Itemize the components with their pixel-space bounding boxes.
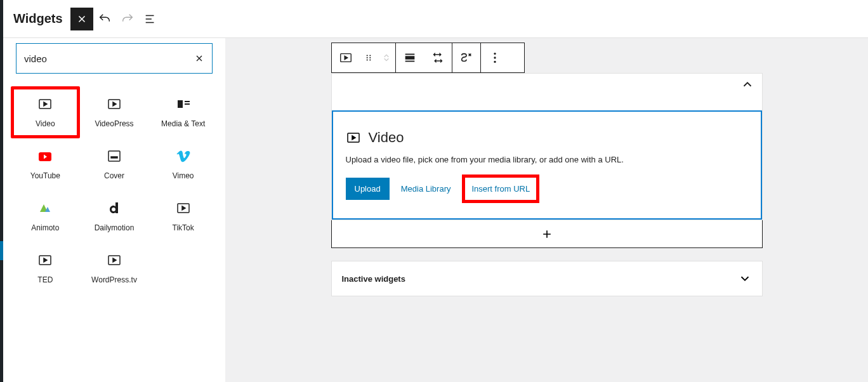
inactive-widgets-panel[interactable]: Inactive widgets (331, 261, 763, 296)
svg-rect-3 (185, 101, 190, 102)
search-wrap (16, 43, 213, 74)
editor-canvas: Video Upload a video file, pick one from… (225, 0, 868, 382)
block-label: Cover (104, 171, 124, 180)
undo-button[interactable] (93, 8, 116, 30)
block-wordpress-tv[interactable]: WordPress.tv (80, 242, 149, 294)
svg-rect-19 (405, 56, 414, 60)
header-bar: Widgets (3, 0, 868, 38)
close-icon (194, 53, 204, 63)
block-youtube[interactable]: YouTube (11, 138, 80, 190)
svg-point-14 (366, 57, 367, 58)
svg-rect-2 (178, 100, 183, 108)
widget-area: Video Upload a video file, pick one from… (331, 73, 763, 220)
video-block-description: Upload a video file, pick one from your … (346, 155, 748, 164)
tiktok-icon (176, 201, 191, 216)
svg-point-17 (369, 59, 371, 60)
add-block-button[interactable] (331, 220, 763, 248)
close-inserter-button[interactable] (70, 8, 93, 30)
video-icon (339, 51, 353, 65)
block-toolbar (331, 43, 525, 73)
canvas-inner: Video Upload a video file, pick one from… (331, 43, 763, 382)
svg-point-13 (369, 55, 371, 56)
block-label: WordPress.tv (91, 275, 137, 284)
undo-icon (98, 12, 112, 26)
animoto-icon (37, 201, 53, 216)
close-icon (76, 13, 88, 25)
replace-icon (431, 51, 444, 64)
drag-handle[interactable] (360, 43, 378, 72)
block-ted[interactable]: TED (11, 242, 80, 294)
block-label: Dailymotion (95, 223, 135, 232)
redo-icon (121, 12, 135, 26)
svg-point-23 (494, 61, 496, 63)
video-block-header: Video (346, 129, 748, 146)
video-block-actions: Upload Media Library Insert from URL (346, 175, 748, 203)
svg-point-21 (494, 53, 496, 55)
block-label: Media & Text (161, 119, 205, 128)
svg-point-22 (494, 56, 496, 58)
highlight-annotation: Insert from URL (462, 175, 539, 203)
video-block-placeholder: Video Upload a video file, pick one from… (332, 110, 762, 220)
block-dailymotion[interactable]: Dailymotion (80, 190, 149, 242)
main-container: Video VideoPress Media & Text YouTube (3, 0, 868, 382)
svg-rect-4 (185, 103, 190, 105)
admin-sidebar-active (0, 241, 3, 260)
insert-from-url-button[interactable]: Insert from URL (465, 179, 536, 199)
videopress-icon (107, 96, 122, 112)
align-button[interactable] (396, 43, 424, 72)
vimeo-icon (176, 148, 191, 164)
block-label: Vimeo (173, 171, 194, 180)
block-vimeo[interactable]: Vimeo (148, 138, 218, 190)
dailymotion-icon (107, 201, 122, 216)
media-library-button[interactable]: Media Library (395, 179, 457, 199)
replace-button[interactable] (424, 43, 452, 72)
align-icon (403, 51, 417, 65)
block-label: YouTube (30, 171, 60, 180)
chevron-down-icon (738, 272, 752, 286)
block-label: Video (36, 119, 55, 128)
block-label: TikTok (173, 223, 194, 232)
page-title: Widgets (13, 11, 63, 26)
block-video[interactable]: Video (11, 86, 80, 138)
ted-icon (37, 253, 53, 268)
list-view-button[interactable] (139, 8, 162, 30)
upload-button[interactable]: Upload (346, 178, 390, 200)
svg-rect-18 (405, 54, 414, 55)
video-block-title: Video (369, 129, 404, 146)
blocks-grid: Video VideoPress Media & Text YouTube (3, 86, 225, 294)
svg-point-16 (366, 59, 367, 60)
block-cover[interactable]: Cover (80, 138, 149, 190)
move-icon (381, 51, 391, 64)
search-clear-button[interactable] (194, 53, 204, 63)
block-animoto[interactable]: Animoto (11, 190, 80, 242)
svg-point-15 (369, 57, 371, 58)
redo-button[interactable] (116, 8, 139, 30)
svg-rect-6 (109, 151, 120, 161)
track-icon (459, 51, 473, 65)
video-icon (37, 96, 53, 112)
plus-icon (541, 228, 553, 240)
wordpress-tv-icon (107, 253, 122, 268)
chevron-up-icon (740, 77, 754, 91)
media-text-icon (176, 96, 191, 112)
cover-icon (107, 148, 122, 164)
inactive-widgets-title: Inactive widgets (342, 274, 405, 284)
search-input-holder (16, 43, 213, 74)
collapse-widget-area-button[interactable] (740, 77, 754, 91)
video-icon (346, 130, 361, 145)
block-media-text[interactable]: Media & Text (148, 86, 218, 138)
block-type-button[interactable] (332, 43, 360, 72)
block-videopress[interactable]: VideoPress (80, 86, 149, 138)
block-inserter-panel: Video VideoPress Media & Text YouTube (3, 0, 225, 382)
drag-icon (364, 53, 373, 62)
svg-rect-20 (405, 61, 414, 62)
list-view-icon (143, 12, 157, 26)
move-up-down[interactable] (378, 43, 395, 72)
track-button[interactable] (452, 43, 480, 72)
more-options-button[interactable] (481, 43, 509, 72)
block-tiktok[interactable]: TikTok (148, 190, 218, 242)
search-input[interactable] (24, 53, 194, 64)
svg-rect-7 (111, 157, 117, 158)
block-label: Animoto (31, 223, 59, 232)
svg-point-12 (366, 55, 367, 56)
